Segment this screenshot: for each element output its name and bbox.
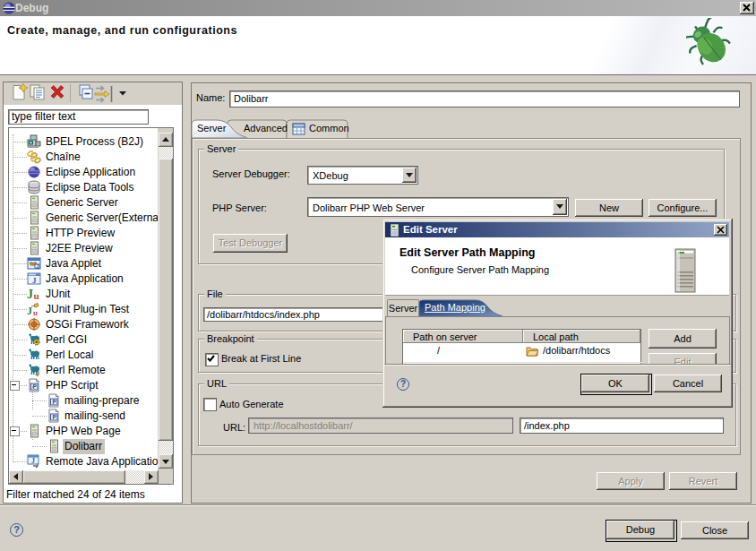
svg-text:u: u	[34, 290, 39, 301]
svg-text:P: P	[53, 399, 57, 405]
svg-text:J: J	[31, 457, 35, 465]
svg-text:P: P	[53, 414, 57, 420]
svg-text:u: u	[33, 308, 38, 316]
svg-text:J: J	[36, 263, 39, 269]
svg-text:J: J	[32, 276, 37, 285]
svg-text:J: J	[27, 288, 33, 301]
